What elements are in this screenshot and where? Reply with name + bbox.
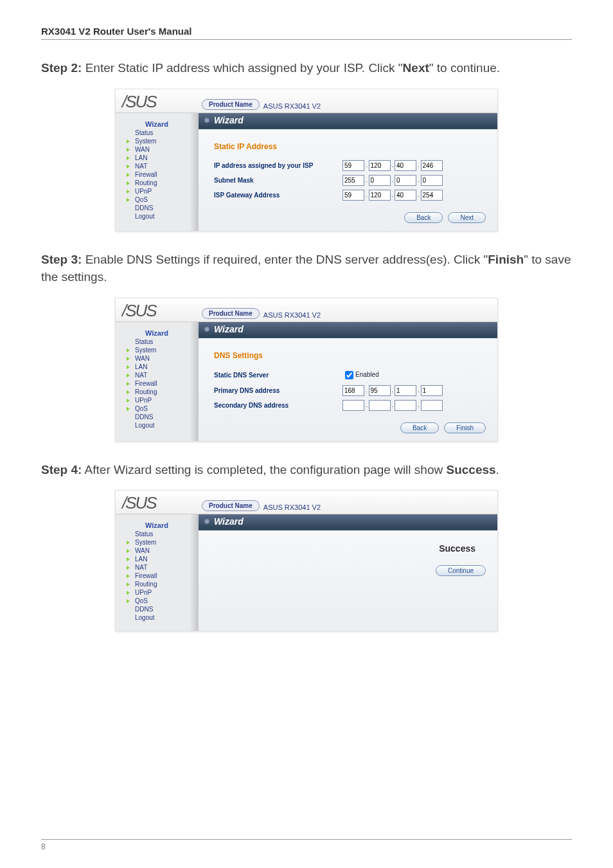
nav-upnp[interactable]: UPnP	[116, 187, 198, 195]
finish-button[interactable]: Finish	[444, 422, 486, 433]
nav-routing[interactable]: Routing	[116, 580, 198, 588]
nav-ddns[interactable]: DDNS	[116, 204, 198, 212]
nav-lan[interactable]: LAN	[116, 154, 198, 162]
enabled-checkbox[interactable]	[345, 371, 353, 379]
wizard-title: Wizard	[199, 514, 497, 530]
header-bar: /SUS Product Name ASUS RX3041 V2	[116, 298, 497, 322]
header-bar: /SUS Product Name ASUS RX3041 V2	[116, 491, 497, 514]
nav-logout[interactable]: Logout	[116, 613, 198, 622]
nav-lan[interactable]: LAN	[116, 363, 198, 371]
nav-logout[interactable]: Logout	[116, 212, 198, 221]
nav-lan[interactable]: LAN	[116, 555, 198, 563]
ip-octet[interactable]	[421, 400, 443, 411]
nav-firewall[interactable]: Firewall	[116, 170, 198, 179]
ipgroup-gateway: . . .	[342, 190, 443, 201]
header-rule	[41, 39, 572, 40]
dot-icon: .	[366, 177, 368, 183]
asus-logo: /SUS	[122, 93, 202, 113]
nav-system[interactable]: System	[116, 346, 198, 354]
nav-ddns[interactable]: DDNS	[116, 413, 198, 421]
ip-octet[interactable]	[421, 190, 443, 201]
label-gateway: ISP Gateway Address	[214, 192, 342, 199]
ip-octet[interactable]	[395, 400, 416, 411]
product-name-value: ASUS RX3041 V2	[263, 503, 321, 511]
dot-icon: .	[392, 387, 394, 393]
nav-firewall[interactable]: Firewall	[116, 379, 198, 388]
ip-octet[interactable]	[395, 190, 416, 201]
nav-logout[interactable]: Logout	[116, 421, 198, 429]
ip-octet[interactable]	[342, 160, 364, 171]
enabled-label: Enabled	[355, 371, 379, 378]
nav-status[interactable]: Status	[116, 530, 198, 538]
ip-octet[interactable]	[342, 400, 364, 411]
ip-octet[interactable]	[395, 160, 416, 171]
spacer	[199, 576, 497, 602]
nav-wan[interactable]: WAN	[116, 145, 198, 154]
nav-upnp[interactable]: UPnP	[116, 396, 198, 404]
nav-wan[interactable]: WAN	[116, 354, 198, 363]
nav-nat[interactable]: NAT	[116, 563, 198, 572]
dot-icon: .	[418, 387, 420, 393]
nav-firewall[interactable]: Firewall	[116, 572, 198, 580]
step2-label: Step 2:	[41, 61, 82, 75]
ipgroup-subnet: . . .	[342, 175, 443, 186]
ip-octet[interactable]	[421, 160, 443, 171]
back-button[interactable]: Back	[400, 422, 439, 433]
ip-octet[interactable]	[369, 160, 391, 171]
content-pane: Wizard Success Continue	[199, 514, 497, 631]
nav-qos[interactable]: QoS	[116, 404, 198, 413]
nav-upnp[interactable]: UPnP	[116, 588, 198, 597]
step4-kw: Success	[446, 463, 495, 476]
nav-nat[interactable]: NAT	[116, 162, 198, 170]
nav-wan[interactable]: WAN	[116, 547, 198, 555]
dot-icon: .	[418, 402, 420, 408]
step4-a: After Wizard setting is completed, the c…	[82, 463, 446, 476]
row-static-dns: Static DNS Server Enabled	[199, 369, 497, 381]
product-name-label: Product Name	[202, 308, 260, 319]
wizard-title: Wizard	[199, 322, 497, 338]
ip-octet[interactable]	[369, 190, 391, 201]
ip-octet[interactable]	[369, 400, 391, 411]
ip-octet[interactable]	[369, 175, 391, 186]
asus-logo: /SUS	[122, 494, 202, 514]
button-row: Back Next	[199, 204, 497, 223]
ipgroup-secondary: . . .	[342, 400, 443, 411]
nav-ddns[interactable]: DDNS	[116, 605, 198, 613]
nav-wizard[interactable]: Wizard	[116, 329, 198, 338]
nav-routing[interactable]: Routing	[116, 179, 198, 187]
ipgroup-isp-ip: . . .	[342, 160, 443, 171]
screenshot-step3: /SUS Product Name ASUS RX3041 V2 Wizard …	[115, 298, 498, 442]
ip-octet[interactable]	[395, 385, 416, 396]
nav-wizard[interactable]: Wizard	[116, 120, 198, 129]
dot-icon: .	[366, 387, 368, 393]
ip-octet[interactable]	[421, 385, 443, 396]
dot-icon: .	[392, 177, 394, 183]
ip-octet[interactable]	[342, 175, 364, 186]
ip-octet[interactable]	[421, 175, 443, 186]
content-pane: Wizard DNS Settings Static DNS Server En…	[199, 322, 497, 441]
nav-system[interactable]: System	[116, 538, 198, 547]
label-secondary-dns: Secondary DNS address	[214, 402, 342, 409]
nav-nat[interactable]: NAT	[116, 371, 198, 379]
ip-octet[interactable]	[342, 190, 364, 201]
header-bar: /SUS Product Name ASUS RX3041 V2	[116, 89, 497, 113]
nav-qos[interactable]: QoS	[116, 597, 198, 605]
continue-button[interactable]: Continue	[436, 565, 486, 576]
ip-octet[interactable]	[369, 385, 391, 396]
nav-status[interactable]: Status	[116, 129, 198, 137]
sidebar-nav: Wizard Status System WAN LAN NAT Firewal…	[116, 113, 199, 231]
nav-routing[interactable]: Routing	[116, 388, 198, 396]
back-button[interactable]: Back	[404, 212, 443, 223]
step2-a: Enter Static IP address which assigned b…	[82, 61, 402, 75]
ip-octet[interactable]	[342, 385, 364, 396]
next-button[interactable]: Next	[448, 212, 486, 223]
step4-label: Step 4:	[41, 463, 82, 476]
ip-octet[interactable]	[395, 175, 416, 186]
nav-qos[interactable]: QoS	[116, 195, 198, 204]
dot-icon: .	[392, 162, 394, 168]
row-subnet: Subnet Mask . . .	[199, 175, 497, 186]
nav-status[interactable]: Status	[116, 338, 198, 346]
nav-system[interactable]: System	[116, 137, 198, 145]
section-title: Static IP Address	[214, 142, 497, 151]
nav-wizard[interactable]: Wizard	[116, 521, 198, 530]
